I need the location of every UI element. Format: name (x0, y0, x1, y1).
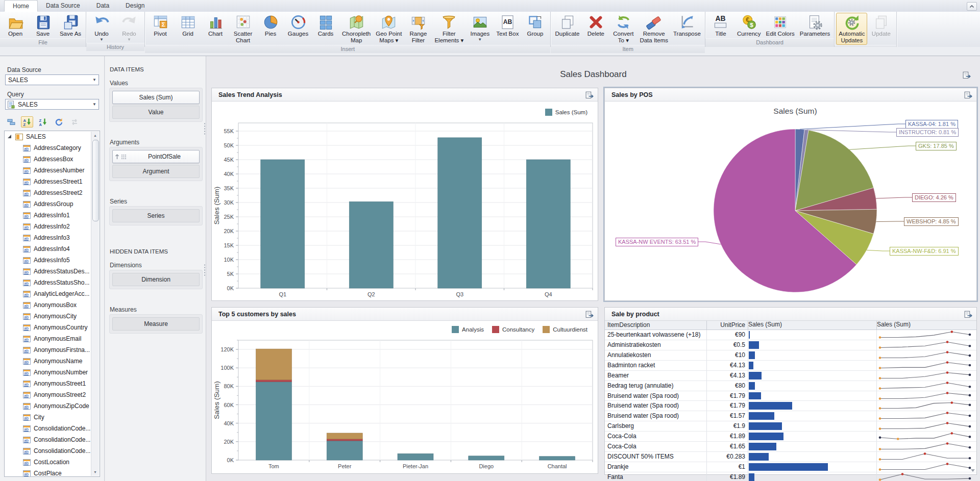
field-item[interactable]: ConsolidationCode... (5, 423, 100, 434)
parameters-button[interactable]: Parameters (797, 13, 832, 38)
undo-button[interactable]: Undo▼ (88, 13, 115, 43)
geo-point-maps-button[interactable]: Geo Point Maps ▾ (373, 13, 404, 45)
field-item[interactable]: ConsolidationCode... (5, 445, 100, 457)
field-item[interactable]: CostLocation (5, 457, 100, 468)
column-header[interactable]: UnitPrice (707, 321, 748, 330)
table-row[interactable]: Bedrag terug (annulatie)€80 (605, 381, 976, 391)
query-combobox[interactable]: SALES ▼ (5, 99, 99, 110)
table-row[interactable]: Annulatiekosten€10 (605, 350, 976, 361)
data-item-measure[interactable]: Measure (112, 317, 200, 331)
field-item[interactable]: AnonymousEmail (5, 333, 100, 344)
panel-top5-customers[interactable]: Top 5 customers by sales AnalysisConsult… (211, 307, 598, 474)
export-icon[interactable] (964, 90, 972, 99)
data-item-pointofsale[interactable]: PointOfSale (112, 150, 200, 163)
column-header[interactable]: Sales (Sum) (748, 321, 877, 330)
data-item-series[interactable]: Series (112, 209, 200, 222)
panel-sale-by-product[interactable]: Sale by product ItemDescriptionUnitPrice… (604, 307, 977, 475)
refresh-button[interactable] (53, 116, 65, 128)
edit-colors-button[interactable]: Edit Colors (764, 13, 797, 38)
export-icon[interactable] (962, 70, 971, 79)
tab-design[interactable]: Design (117, 0, 153, 12)
field-item[interactable]: AnonymousZipCode (5, 400, 100, 412)
field-item[interactable]: City (5, 412, 100, 423)
scroll-down-icon[interactable]: ▼ (92, 469, 99, 475)
field-item[interactable]: AddressStatusSho... (5, 277, 100, 288)
field-item[interactable]: AddressesStreet1 (5, 176, 100, 187)
scroll-down-icon[interactable] (971, 469, 975, 472)
tab-data-source[interactable]: Data Source (38, 0, 88, 12)
export-icon[interactable] (585, 90, 594, 99)
gauges-button[interactable]: Gauges (284, 13, 312, 45)
table-row[interactable]: Bruisend water (Spa rood)€1.79 (605, 401, 976, 411)
field-item[interactable]: AddressInfo4 (5, 243, 100, 255)
field-item[interactable]: AddressesNumber (5, 165, 100, 176)
filter-elements-button[interactable]: Filter Elements ▾ (432, 13, 466, 45)
open-folder-button[interactable]: Open (2, 13, 29, 38)
group-fields-button[interactable] (5, 116, 17, 128)
table-row[interactable]: Administratiekosten€0.5 (605, 340, 976, 350)
table-row[interactable]: Badminton racket€4.13 (605, 361, 976, 371)
field-item[interactable]: AnonymousFirstna... (5, 344, 100, 356)
splitter-grip[interactable] (204, 122, 206, 136)
field-item[interactable]: CostPlace (5, 468, 100, 477)
column-header[interactable]: Sales (Sum) (877, 321, 975, 330)
field-item[interactable]: AddressesBox (5, 154, 100, 165)
field-list-scrollbar[interactable]: ▲ ▼ (91, 132, 99, 476)
tab-home[interactable]: Home (4, 0, 38, 12)
table-row[interactable]: Fanta€1.89 (605, 472, 976, 481)
table-row[interactable]: DISCOUNT 50% ITEMS€0.283 (605, 452, 976, 462)
table-row[interactable]: 25-beurtenkaart volwassene (+18)€90 (605, 330, 976, 340)
title-button[interactable]: ABTitle (707, 13, 734, 38)
export-icon[interactable] (585, 310, 594, 318)
field-item[interactable]: ConsolidationCode... (5, 434, 100, 445)
table-row[interactable]: Coca-Cola€1.65 (605, 442, 976, 452)
cards-button[interactable]: Cards (312, 13, 339, 45)
table-row[interactable]: Drankje€1 (605, 462, 976, 472)
group-button[interactable]: Group (521, 13, 549, 45)
field-item[interactable]: AnalyticLedgerAcc... (5, 288, 100, 299)
sort-za-button[interactable]: ZA (37, 116, 49, 128)
field-item[interactable]: AddressesStreet2 (5, 187, 100, 198)
field-item[interactable]: AddressInfo2 (5, 221, 100, 232)
automatic-updates-button[interactable]: Automatic Updates (836, 13, 867, 45)
remove-data-items-button[interactable]: Remove Data Items (637, 13, 671, 45)
splitter-grip[interactable] (204, 264, 206, 277)
table-row[interactable]: Beamer€4.13 (605, 371, 976, 381)
field-item[interactable]: AnonymousName (5, 356, 100, 367)
scatter-chart-button[interactable]: Scatter Chart (229, 13, 257, 45)
field-item[interactable]: AnonymousCountry (5, 322, 100, 333)
data-item-sales-sum-[interactable]: Sales (Sum) (112, 91, 200, 104)
scrollbar-thumb[interactable] (92, 140, 99, 221)
update-button[interactable]: Update (867, 13, 895, 45)
field-item[interactable]: AnonymousNumber (5, 367, 100, 378)
swap-button[interactable] (68, 116, 81, 128)
export-icon[interactable] (964, 310, 972, 318)
grid-button[interactable]: Grid (174, 13, 202, 45)
data-source-combobox[interactable]: SALES ▼ (5, 74, 99, 85)
data-item-dimension[interactable]: Dimension (112, 273, 200, 286)
panel-sales-trend[interactable]: Sales Trend Analysis Sales (Sum) Q1Q2Q3Q… (211, 88, 598, 301)
text-box-button[interactable]: ABText Box (494, 13, 521, 45)
field-item[interactable]: AnonymousStreet2 (5, 389, 100, 400)
field-item[interactable]: AnonymousStreet1 (5, 378, 100, 389)
field-item[interactable]: AddressInfo1 (5, 210, 100, 221)
images-button[interactable]: Images▼ (466, 13, 494, 45)
range-filter-button[interactable]: Range Filter (404, 13, 432, 45)
table-row[interactable]: Bruisend water (Spa rood)€1.57 (605, 411, 976, 421)
field-item[interactable]: AnonymousBox (5, 299, 100, 311)
delete-button[interactable]: Delete (582, 13, 609, 45)
field-item[interactable]: AnonymousCity (5, 311, 100, 322)
scroll-up-icon[interactable]: ▲ (92, 132, 99, 139)
panel-sales-by-pos[interactable]: Sales by POS Sales (Sum) KASSA-04: 1.81 … (604, 88, 977, 301)
currency-button[interactable]: €$Currency (734, 13, 764, 38)
tab-data[interactable]: Data (88, 0, 117, 12)
duplicate-button[interactable]: Duplicate (552, 13, 582, 45)
pivot-button[interactable]: ΣPivot (146, 13, 174, 45)
transpose-button[interactable]: Transpose (671, 13, 703, 45)
table-row[interactable]: Bruisend water (Spa rood)€1.79 (605, 391, 976, 401)
field-item[interactable]: AddressInfo3 (5, 232, 100, 243)
expander-icon[interactable] (7, 133, 14, 140)
sort-and-group-icons[interactable] (115, 154, 127, 160)
column-header[interactable]: ItemDescription (605, 321, 707, 330)
save-as-button[interactable]: Save As (57, 13, 84, 38)
